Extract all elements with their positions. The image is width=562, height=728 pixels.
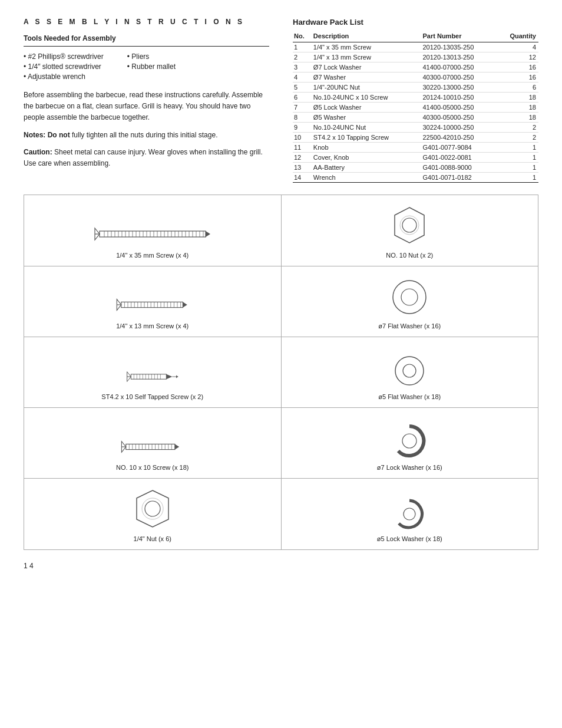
tool-item: Rubber mallet <box>127 62 176 71</box>
assembly-title: A S S E M B L Y I N S T R U C T I O N S <box>24 18 269 26</box>
table-cell: 30224-10000-250 <box>421 123 497 133</box>
table-cell: 1 <box>293 42 312 52</box>
part-cell: NO. 10 Nut (x 2) <box>282 195 539 266</box>
table-cell: 20124-10010-250 <box>421 93 497 103</box>
svg-marker-33 <box>395 207 424 243</box>
table-row: 6No.10-24UNC x 10 Screw20124-10010-25018 <box>293 93 538 103</box>
svg-marker-97 <box>137 490 168 527</box>
col-desc: Description <box>312 31 422 42</box>
table-cell: 1/4" x 13 mm Screw <box>312 52 422 62</box>
svg-marker-75 <box>176 375 178 378</box>
table-row: 8Ø5 Washer40300-05000-25018 <box>293 113 538 123</box>
table-cell: 16 <box>497 62 538 73</box>
part-label: 1/4" x 35 mm Screw (x 4) <box>116 252 189 259</box>
part-image <box>391 278 429 317</box>
table-cell: 7 <box>293 103 312 113</box>
table-cell: 1/4"-20UNC Nut <box>312 83 422 93</box>
col-part: Part Number <box>421 31 497 42</box>
part-label: NO. 10 x 10 Screw (x 18) <box>116 464 189 471</box>
table-cell: 13 <box>293 163 312 173</box>
table-cell: AA-Battery <box>312 163 422 173</box>
table-cell: 16 <box>497 73 538 83</box>
table-cell: Ø7 Lock Washer <box>312 62 422 73</box>
part-image <box>389 205 430 246</box>
table-cell: 6 <box>497 83 538 93</box>
part-image <box>132 488 173 529</box>
svg-point-96 <box>402 434 416 448</box>
table-cell: 2 <box>293 52 312 62</box>
table-cell: G401-0088-9000 <box>421 163 497 173</box>
table-cell: 4 <box>497 42 538 52</box>
table-cell: 40300-05000-250 <box>421 113 497 123</box>
table-cell: 18 <box>497 93 538 103</box>
part-cell: 1/4" x 13 mm Screw (x 4) <box>24 266 282 337</box>
svg-marker-95 <box>175 444 179 449</box>
divider <box>24 46 269 47</box>
table-cell: 40300-07000-250 <box>421 73 497 83</box>
table-row: 12Cover, KnobG401-0022-00811 <box>293 153 538 163</box>
col-qty: Quantity <box>497 31 538 42</box>
col-no: No. <box>293 31 312 42</box>
table-cell: G401-0077-9084 <box>421 143 497 153</box>
table-cell: Cover, Knob <box>312 153 422 163</box>
tool-item: Pliers <box>127 52 176 61</box>
part-cell: ST4.2 x 10 Self Tapped Screw (x 2) <box>24 337 282 408</box>
table-cell: No.10-24UNC Nut <box>312 123 422 133</box>
svg-point-59 <box>401 289 418 305</box>
svg-point-77 <box>403 364 416 377</box>
table-row: 10ST4.2 x 10 Tapping Screw22500-42010-25… <box>293 133 538 143</box>
table-cell: 11 <box>293 143 312 153</box>
tools-col-2: Pliers Rubber mallet <box>127 52 176 83</box>
table-cell: 9 <box>293 123 312 133</box>
svg-point-98 <box>145 501 160 516</box>
table-cell: 1/4" x 35 mm Screw <box>312 42 422 52</box>
svg-point-100 <box>404 508 415 520</box>
table-row: 13AA-BatteryG401-0088-90001 <box>293 163 538 173</box>
table-cell: 20120-13013-250 <box>421 52 497 62</box>
table-cell: 5 <box>293 83 312 93</box>
table-cell: 1 <box>497 163 538 173</box>
svg-rect-38 <box>121 302 183 307</box>
tools-title: Tools Needed for Assembly <box>24 34 269 42</box>
part-image <box>123 366 182 387</box>
table-cell: 8 <box>293 113 312 123</box>
part-label: ø7 Lock Washer (x 16) <box>377 464 442 471</box>
part-label: ø7 Flat Washer (x 16) <box>378 322 441 330</box>
table-row: 4Ø7 Washer40300-07000-25016 <box>293 73 538 83</box>
table-cell: 30220-13000-250 <box>421 83 497 93</box>
svg-marker-32 <box>206 231 210 237</box>
svg-rect-2 <box>100 231 206 237</box>
part-cell: ø7 Lock Washer (x 16) <box>282 408 539 479</box>
table-cell: Ø7 Washer <box>312 73 422 83</box>
table-cell: 18 <box>497 113 538 123</box>
part-cell: ø7 Flat Washer (x 16) <box>282 266 539 337</box>
caution-text: Caution: Sheet metal can cause injury. W… <box>24 147 269 169</box>
table-cell: 20120-13035-250 <box>421 42 497 52</box>
tool-item: 1/4″ slotted screwdriver <box>24 62 104 71</box>
table-cell: G401-0022-0081 <box>421 153 497 163</box>
table-row: 21/4" x 13 mm Screw20120-13013-25012 <box>293 52 538 62</box>
table-cell: Knob <box>312 143 422 153</box>
tool-item: Adjustable wrench <box>24 73 104 81</box>
part-cell: 1/4" Nut (x 6) <box>24 479 282 550</box>
part-image <box>394 499 425 529</box>
table-cell: 2 <box>497 123 538 133</box>
table-row: 7Ø5 Lock Washer41400-05000-25018 <box>293 103 538 113</box>
part-image <box>111 293 194 317</box>
hw-title: Hardware Pack List <box>293 18 538 27</box>
svg-point-58 <box>393 281 426 314</box>
table-cell: Ø5 Washer <box>312 113 422 123</box>
table-cell: 12 <box>293 153 312 163</box>
part-label: NO. 10 Nut (x 2) <box>386 252 433 259</box>
table-cell: 1 <box>497 173 538 183</box>
table-cell: No.10-24UNC x 10 Screw <box>312 93 422 103</box>
table-cell: 22500-42010-250 <box>421 133 497 143</box>
table-cell: Wrench <box>312 173 422 183</box>
table-cell: Ø5 Lock Washer <box>312 103 422 113</box>
svg-marker-57 <box>183 302 187 307</box>
part-cell: ø5 Lock Washer (x 18) <box>282 479 539 550</box>
svg-point-34 <box>402 218 416 232</box>
part-image <box>117 436 188 458</box>
table-cell: 12 <box>497 52 538 62</box>
part-image <box>392 424 427 458</box>
